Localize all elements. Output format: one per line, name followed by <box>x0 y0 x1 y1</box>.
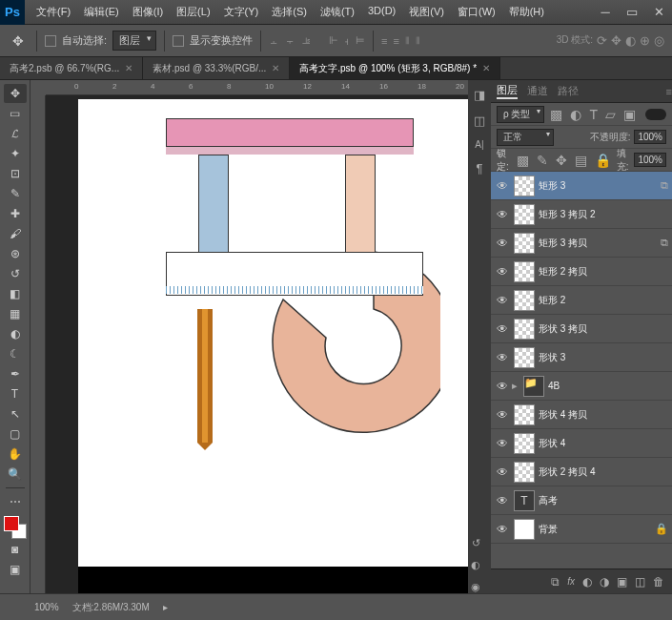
3d-icon[interactable]: ◎ <box>654 33 664 48</box>
stamp-tool[interactable]: ⊛ <box>4 244 27 263</box>
layer-row[interactable]: 👁形状 3 <box>491 343 672 372</box>
wand-tool[interactable]: ✦ <box>4 144 27 163</box>
visibility-icon[interactable]: 👁 <box>495 380 510 393</box>
lock-nest-icon[interactable]: ▤ <box>573 153 589 168</box>
info-icon[interactable]: ◉ <box>471 581 480 593</box>
type-tool[interactable]: T <box>4 384 27 403</box>
adjustment-icon[interactable]: ◑ <box>600 575 609 589</box>
menu-item[interactable]: 窗口(W) <box>452 1 501 23</box>
props-icon[interactable]: ◐ <box>471 559 480 571</box>
menu-item[interactable]: 滤镜(T) <box>315 1 360 23</box>
layer-row[interactable]: 👁矩形 2 拷贝 <box>491 258 672 286</box>
align-middle-icon[interactable]: ⫟ <box>285 35 295 47</box>
dodge-tool[interactable]: ☾ <box>4 344 27 363</box>
lock-paint-icon[interactable]: ✎ <box>535 153 550 168</box>
visibility-icon[interactable]: 👁 <box>495 237 510 250</box>
layer-row[interactable]: 👁形状 4 <box>491 429 672 458</box>
menu-item[interactable]: 文件(F) <box>31 1 76 23</box>
show-transform-checkbox[interactable] <box>173 35 184 47</box>
close-tab-icon[interactable]: ✕ <box>125 63 132 73</box>
zoom-level[interactable]: 100% <box>34 602 59 612</box>
dock-icon[interactable]: ◨ <box>474 88 485 102</box>
pen-tool[interactable]: ✒ <box>4 364 27 383</box>
menu-item[interactable]: 图层(L) <box>171 1 215 23</box>
fill-value[interactable]: 100% <box>634 153 666 167</box>
dock-icon[interactable]: ◫ <box>474 114 485 128</box>
visibility-icon[interactable]: 👁 <box>495 408 510 422</box>
marquee-tool[interactable]: ▭ <box>4 104 27 123</box>
menu-item[interactable]: 3D(D) <box>362 1 401 23</box>
new-layer-icon[interactable]: ◫ <box>635 575 645 589</box>
opacity-value[interactable]: 100% <box>634 130 666 144</box>
layer-row[interactable]: 👁矩形 3⧉ <box>491 172 672 200</box>
delete-icon[interactable]: 🗑 <box>653 575 664 589</box>
distribute-icon[interactable]: ≡ <box>381 35 387 47</box>
menu-item[interactable]: 视图(V) <box>403 1 450 23</box>
3d-icon[interactable]: ⊕ <box>640 33 650 48</box>
menu-item[interactable]: 选择(S) <box>266 1 313 23</box>
align-left-icon[interactable]: ⊩ <box>329 34 338 47</box>
fx-icon[interactable]: fx <box>567 576 575 587</box>
paragraph-panel-icon[interactable]: ¶ <box>477 161 483 176</box>
layer-row[interactable]: 👁T高考 <box>491 486 672 515</box>
zoom-tool[interactable]: 🔍 <box>4 465 27 484</box>
shape-tool[interactable]: ▢ <box>4 424 27 444</box>
canvas[interactable] <box>78 99 468 593</box>
filter-pixel-icon[interactable]: ▩ <box>548 107 564 122</box>
3d-pan-icon[interactable]: ✥ <box>611 33 621 48</box>
layer-row[interactable]: 👁▸📁4B <box>491 372 672 401</box>
eyedropper-tool[interactable]: ✎ <box>4 184 27 203</box>
history-icon[interactable]: ↺ <box>472 537 480 549</box>
layer-row[interactable]: 👁背景🔒 <box>491 515 672 544</box>
screenmode-tool[interactable]: ▣ <box>4 560 27 579</box>
filter-kind[interactable]: ρ 类型 <box>497 106 544 123</box>
lasso-tool[interactable]: 𝓛 <box>4 124 27 143</box>
visibility-icon[interactable]: 👁 <box>495 294 510 307</box>
path-select-tool[interactable]: ↖ <box>4 404 27 424</box>
visibility-icon[interactable]: 👁 <box>495 265 510 279</box>
quickmask-tool[interactable]: ◙ <box>4 540 27 559</box>
document-tab[interactable]: 高考2.psb @ 66.7%(RG...✕ <box>0 57 143 79</box>
layer-row[interactable]: 👁矩形 3 拷贝⧉ <box>491 229 672 258</box>
lock-trans-icon[interactable]: ▩ <box>515 153 531 168</box>
close-tab-icon[interactable]: ✕ <box>272 63 279 73</box>
layers-tab[interactable]: 图层 <box>497 83 518 99</box>
filter-type-icon[interactable]: T <box>587 107 600 122</box>
heal-tool[interactable]: ✚ <box>4 204 27 223</box>
align-bottom-icon[interactable]: ⫡ <box>301 35 312 47</box>
visibility-icon[interactable]: 👁 <box>495 465 510 479</box>
align-right-icon[interactable]: ⊨ <box>356 34 365 47</box>
filter-smart-icon[interactable]: ▣ <box>621 107 638 122</box>
blend-mode[interactable]: 正常 <box>497 129 554 146</box>
crop-tool[interactable]: ⊡ <box>4 164 27 183</box>
close-tab-icon[interactable]: ✕ <box>482 63 490 73</box>
filter-shape-icon[interactable]: ▱ <box>603 107 618 122</box>
menu-item[interactable]: 帮助(H) <box>503 1 550 23</box>
character-panel-icon[interactable]: A| <box>475 139 483 150</box>
link-layers-icon[interactable]: ⧉ <box>551 575 560 589</box>
menu-item[interactable]: 图像(I) <box>127 1 169 23</box>
status-arrow-icon[interactable]: ▸ <box>163 602 168 612</box>
document-tab[interactable]: 高考文字.psb @ 100% (矩形 3, RGB/8#) *✕ <box>290 57 500 79</box>
auto-select-kind[interactable]: 图层 <box>112 31 156 51</box>
menu-item[interactable]: 文字(Y) <box>218 1 265 23</box>
paths-tab[interactable]: 路径 <box>558 84 579 98</box>
mask-icon[interactable]: ◐ <box>582 575 592 589</box>
filter-adjust-icon[interactable]: ◐ <box>568 107 583 122</box>
visibility-icon[interactable]: 👁 <box>495 208 510 221</box>
filter-toggle[interactable] <box>645 109 666 120</box>
align-center-icon[interactable]: ⫞ <box>344 35 350 47</box>
align-top-icon[interactable]: ⫠ <box>269 35 279 47</box>
visibility-icon[interactable]: 👁 <box>495 523 510 536</box>
history-brush-tool[interactable]: ↺ <box>4 264 27 283</box>
edit-toolbar[interactable]: ⋯ <box>4 492 27 511</box>
lock-all-icon[interactable]: 🔒 <box>593 153 613 168</box>
blur-tool[interactable]: ◐ <box>4 324 27 343</box>
distribute-icon[interactable]: ⦀ <box>405 34 410 47</box>
gradient-tool[interactable]: ▦ <box>4 304 27 323</box>
visibility-icon[interactable]: 👁 <box>495 179 510 193</box>
maximize-button[interactable]: ▭ <box>619 0 645 25</box>
layer-row[interactable]: 👁矩形 3 拷贝 2 <box>491 200 672 229</box>
layer-row[interactable]: 👁形状 2 拷贝 4 <box>491 458 672 486</box>
move-tool[interactable]: ✥ <box>4 84 27 103</box>
